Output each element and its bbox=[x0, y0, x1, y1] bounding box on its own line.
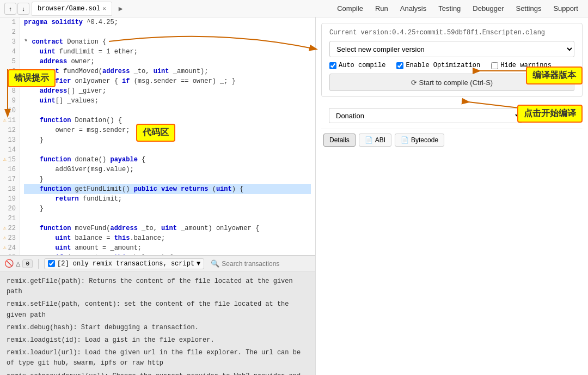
abi-label: ABI bbox=[375, 136, 385, 144]
warning-icon: ⚠ bbox=[3, 116, 7, 125]
line-number: ⚠23 bbox=[0, 233, 19, 243]
line-number: 21 bbox=[0, 214, 19, 223]
contract-select[interactable]: Donation bbox=[329, 108, 523, 123]
compiler-version-callout: 编译器版本 bbox=[526, 66, 583, 84]
line-number: 4 bbox=[0, 47, 19, 57]
nav-back-button[interactable]: ↑ bbox=[4, 3, 16, 15]
compiler-version-select[interactable]: Select new compiler version bbox=[329, 41, 574, 57]
file-tab-name: browser/Game.sol bbox=[38, 5, 100, 13]
file-icon: 📄 bbox=[365, 136, 373, 144]
code-line: event fundMoved(address _to, uint _amoun… bbox=[24, 66, 311, 76]
stop-icon[interactable]: △ bbox=[16, 259, 20, 268]
code-line bbox=[24, 145, 311, 155]
line-number: 14 bbox=[0, 145, 19, 155]
bytecode-button[interactable]: 📄 Bytecode bbox=[395, 134, 444, 147]
tx-filter-dropdown[interactable]: [2] only remix transactions, script ▼ bbox=[44, 258, 204, 269]
line-number: ⚠25 bbox=[0, 253, 19, 255]
current-version-label: Current version:0.4.25+commit.59dbf8f1.E… bbox=[329, 29, 574, 37]
auto-compile-option[interactable]: Auto compile bbox=[329, 62, 385, 69]
hide-warnings-checkbox[interactable] bbox=[491, 62, 498, 69]
line-number: 18 bbox=[0, 184, 19, 194]
code-line bbox=[24, 106, 311, 116]
tx-count-badge: 0 bbox=[22, 259, 33, 268]
nav-arrows: ↑ ↓ bbox=[4, 3, 29, 15]
testing-nav-btn[interactable]: Testing bbox=[433, 2, 466, 15]
line-number: 12 bbox=[0, 125, 19, 135]
console-line: remix.loadgist(id): Load a gist in the f… bbox=[7, 335, 309, 346]
search-transactions: 🔍 bbox=[211, 259, 298, 268]
run-nav-btn[interactable]: Run bbox=[370, 2, 394, 15]
clear-icon[interactable]: 🚫 bbox=[4, 259, 14, 268]
line-number: 5 bbox=[0, 57, 19, 66]
line-number: ⚠15 bbox=[0, 155, 19, 165]
line-number: 3 bbox=[0, 37, 19, 47]
search-input[interactable] bbox=[222, 260, 298, 268]
artifact-buttons-row: Details 📄 ABI 📄 Bytecode bbox=[316, 129, 588, 151]
line-number: 9 bbox=[0, 96, 19, 106]
compiler-select-row: Select new compiler version bbox=[329, 41, 574, 57]
code-line: } bbox=[24, 204, 311, 214]
enable-optimization-option[interactable]: Enable Optimization bbox=[396, 62, 480, 69]
code-line: return fundLimit; bbox=[24, 194, 311, 204]
code-line: address[] _giver; bbox=[24, 86, 311, 96]
console-line: remix.setFile(path, content): set the co… bbox=[7, 299, 309, 320]
code-area-callout: 代码区 bbox=[136, 124, 175, 142]
code-line: uint fundLimit = 1 ether; bbox=[24, 47, 311, 57]
line-number: 8 bbox=[0, 86, 19, 96]
file2-icon: 📄 bbox=[401, 136, 409, 144]
expand-icon[interactable]: ▶ bbox=[119, 4, 123, 13]
code-line: uint amount = _amount; bbox=[24, 243, 311, 253]
console-line: remix.setproviderurl(url): Change the cu… bbox=[7, 371, 309, 376]
right-panel: Current version:0.4.25+commit.59dbf8f1.E… bbox=[316, 17, 588, 375]
enable-optimization-checkbox[interactable] bbox=[396, 62, 403, 69]
line-number: ⚠24 bbox=[0, 243, 19, 253]
line-number: 20 bbox=[0, 204, 19, 214]
line-number: 2 bbox=[0, 27, 19, 37]
code-line: uint balance = this.balance; bbox=[24, 233, 311, 243]
warning-icon: ⚠ bbox=[3, 223, 7, 233]
file-tab[interactable]: browser/Game.sol ✕ bbox=[32, 2, 112, 16]
console-toolbar: 🚫 △ 0 [2] only remix transactions, scrip… bbox=[0, 256, 315, 272]
tab-close-icon[interactable]: ✕ bbox=[102, 5, 106, 12]
code-line: addGiver(msg.value); bbox=[24, 165, 311, 174]
details-button[interactable]: Details bbox=[323, 134, 356, 147]
bytecode-label: Bytecode bbox=[411, 136, 438, 144]
code-line: if (_amount <= this.balance) { bbox=[24, 253, 311, 255]
code-line bbox=[24, 27, 311, 37]
compile-nav-btn[interactable]: Compile bbox=[332, 2, 369, 15]
code-line: pragma solidity ^0.4.25; bbox=[24, 17, 311, 27]
code-line: address owner; bbox=[24, 57, 311, 66]
nav-menu: Compile Run Analysis Testing Debugger Se… bbox=[332, 2, 584, 15]
console-line: remix.getFile(path): Returns the content… bbox=[7, 276, 309, 297]
code-line: function moveFund(address _to, uint _amo… bbox=[24, 223, 311, 233]
code-line: * contract Donation { bbox=[24, 37, 311, 47]
line-number: 1 bbox=[0, 17, 19, 27]
line-number: ⚠22 bbox=[0, 223, 19, 233]
abi-button[interactable]: 📄 ABI bbox=[359, 134, 391, 147]
code-line: function getFundLimit() public view retu… bbox=[24, 184, 311, 194]
auto-compile-label: Auto compile bbox=[339, 62, 385, 69]
console-output: remix.getFile(path): Returns the content… bbox=[0, 272, 315, 375]
settings-nav-btn[interactable]: Settings bbox=[510, 2, 547, 15]
nav-forward-button[interactable]: ↓ bbox=[17, 3, 29, 15]
console-line: remix.debug(hash): Start debugging a tra… bbox=[7, 323, 309, 333]
warning-icon: ⚠ bbox=[3, 155, 7, 165]
line-number: 16 bbox=[0, 165, 19, 174]
search-icon: 🔍 bbox=[211, 259, 219, 268]
bottom-console-panel: 🚫 △ 0 [2] only remix transactions, scrip… bbox=[0, 255, 315, 375]
tx-filter-checkbox[interactable] bbox=[48, 260, 55, 267]
warning-icon: ⚠ bbox=[3, 253, 7, 255]
details-label: Details bbox=[329, 136, 350, 144]
line-numbers: 12345678910⚠11121314⚠15161718192021⚠22⚠2… bbox=[0, 17, 20, 255]
auto-compile-checkbox[interactable] bbox=[329, 62, 336, 69]
error-callout: 错误提示 bbox=[8, 69, 56, 87]
support-nav-btn[interactable]: Support bbox=[548, 2, 584, 15]
debugger-nav-btn[interactable]: Debugger bbox=[467, 2, 509, 15]
line-number: 19 bbox=[0, 194, 19, 204]
warning-icon: ⚠ bbox=[3, 233, 7, 243]
top-navigation: ↑ ↓ browser/Game.sol ✕ ▶ Compile Run Ana… bbox=[0, 0, 588, 17]
console-line: remix.loadurl(url): Load the given url i… bbox=[7, 348, 309, 368]
analysis-nav-btn[interactable]: Analysis bbox=[395, 2, 432, 15]
compile-start-callout: 点击开始编译 bbox=[517, 105, 583, 123]
code-line: } bbox=[24, 174, 311, 184]
